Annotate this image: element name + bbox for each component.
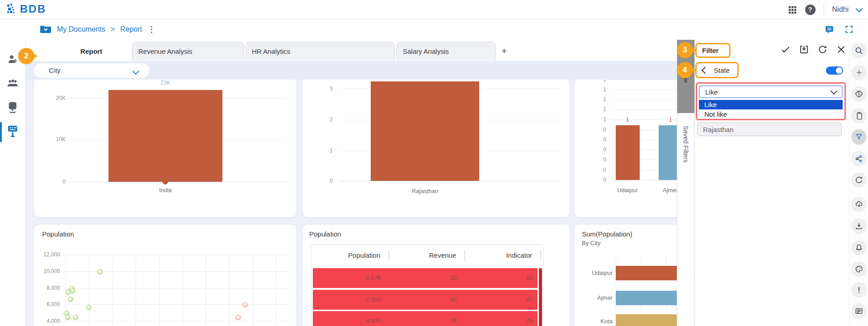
axis-tick-label: 1 [313, 147, 333, 154]
scatter-point-red[interactable] [242, 302, 248, 307]
report-tab-bar: Report Revenue Analysis HR Analytics Sal… [25, 40, 677, 61]
bar-india[interactable] [108, 90, 222, 182]
axis-tick-label: Udaipur [609, 187, 646, 194]
filter-value-input[interactable] [697, 123, 842, 136]
filter-icon[interactable] [851, 129, 867, 145]
apply-filter-check-icon[interactable] [780, 44, 791, 55]
axis-tick-label: 10 [465, 275, 533, 281]
back-chevron-left-icon[interactable] [702, 66, 709, 74]
chart-title: Population [42, 230, 74, 238]
axis-tick-label: 0 [591, 127, 606, 133]
scatter-point-green[interactable] [68, 297, 73, 302]
scatter-point-green[interactable] [97, 269, 103, 274]
alert-exclamation-icon[interactable] [851, 282, 867, 298]
apps-grid-icon[interactable] [788, 5, 797, 14]
option-not-like[interactable]: Not like [699, 109, 843, 119]
saved-filters-label: Saved Filters [682, 126, 689, 163]
gridline [253, 255, 253, 326]
gridline [229, 255, 230, 326]
reset-refresh-icon[interactable] [817, 44, 828, 55]
share-icon[interactable] [851, 151, 867, 166]
state-field-label[interactable]: State [714, 66, 730, 74]
chart-card-population-table: Population PopulationRevenueIndicator5,6… [303, 225, 570, 326]
bdb-logo[interactable]: BDB [6, 3, 46, 15]
breadcrumb: My Documents > Report ⋮ [40, 19, 156, 40]
bar-rajasthan[interactable] [371, 81, 479, 181]
axis-tick-label: 0 [591, 167, 606, 173]
report-kebab-menu[interactable]: ⋮ [147, 24, 156, 34]
bar-udaipur[interactable] [616, 125, 640, 180]
user-menu[interactable]: Nidhi [832, 5, 849, 14]
tab-report[interactable]: Report [43, 42, 139, 61]
scatter-point-green[interactable] [73, 315, 78, 320]
sidebar-item-publish[interactable] [6, 125, 19, 139]
gridline [112, 255, 113, 326]
search-icon[interactable] [851, 43, 867, 58]
sidebar-item-groups[interactable] [6, 78, 19, 90]
header-separator [388, 250, 389, 261]
table-row[interactable]: 4,5007575 [313, 311, 538, 326]
download-icon[interactable] [851, 218, 867, 234]
close-icon[interactable] [836, 44, 846, 55]
operator-select[interactable]: Like [699, 85, 843, 98]
save-download-icon[interactable] [799, 44, 809, 55]
breadcrumb-report[interactable]: Report [120, 25, 142, 33]
scatter-point-red[interactable] [236, 315, 241, 320]
select-chevron-down-icon [830, 87, 838, 94]
annotation-badge-3: 3 [677, 42, 693, 58]
memory-card-icon[interactable] [851, 108, 867, 123]
left-sidebar [0, 19, 26, 326]
add-tab-button[interactable]: + [501, 42, 507, 61]
filter-panel-title: Filter [702, 47, 719, 54]
ai-brain-icon[interactable] [851, 86, 867, 102]
table-scrollbar[interactable] [539, 268, 542, 326]
axis-tick-label: 6,000 [34, 301, 60, 307]
comments-icon[interactable] [851, 303, 867, 319]
add-icon[interactable] [851, 65, 867, 80]
annotation-badge-4: 4 [677, 62, 693, 78]
tab-salary-analysis[interactable]: Salary Analysis [396, 42, 496, 61]
chart-title: Population [309, 230, 341, 238]
axis-tick-label: 1 [591, 86, 606, 93]
scatter-point-green[interactable] [86, 305, 91, 310]
axis-tick-label: 1 [591, 96, 606, 103]
option-like[interactable]: Like [699, 100, 843, 109]
city-dropdown[interactable]: City [34, 63, 149, 78]
table-row[interactable]: -2,5004545 [313, 290, 538, 310]
palette-icon[interactable] [851, 261, 867, 277]
folder-icon[interactable] [40, 25, 52, 34]
refresh-icon[interactable] [851, 172, 867, 188]
table-container: PopulationRevenueIndicator5,6781010-2,50… [311, 244, 543, 326]
axis-tick-label: 10 [389, 275, 457, 281]
state-filter-toggle-on[interactable] [826, 66, 843, 75]
scatter-point-green[interactable] [65, 315, 71, 320]
operator-selected-value: Like [705, 88, 718, 96]
gridline [159, 255, 160, 326]
breadcrumb-my-documents[interactable]: My Documents [57, 25, 105, 33]
cloud-download-icon[interactable] [851, 197, 867, 212]
notifications-bell-icon[interactable] [851, 240, 867, 255]
axis-tick-label: Indicator [469, 252, 532, 259]
user-chevron-down-icon[interactable] [856, 5, 863, 12]
tab-revenue-analysis[interactable]: Revenue Analysis [132, 42, 244, 61]
axis-tick-label: 23K [149, 80, 182, 86]
sidebar-item-data[interactable] [7, 101, 19, 115]
sidebar-item-user-admin[interactable] [7, 53, 19, 67]
vertical-tab-saved-filters[interactable]: Saved Filters [677, 126, 694, 163]
axis-tick-label: 2 [313, 117, 333, 123]
filter-panel: Filter State [695, 40, 849, 326]
header-separator [464, 250, 465, 261]
table-row[interactable]: 5,6781010 [313, 268, 538, 288]
axis-tick-label: 0 [591, 146, 606, 153]
axis-tick-label: 1 [618, 117, 637, 123]
axis-tick-label: Kota [575, 318, 613, 325]
city-chevron-down-icon [132, 68, 140, 75]
tab-hr-analytics[interactable]: HR Analytics [245, 42, 395, 61]
help-icon[interactable]: ? [805, 5, 816, 15]
comment-icon[interactable] [824, 24, 835, 34]
fullscreen-icon[interactable] [844, 25, 854, 34]
axis-tick-label: 3 [313, 85, 333, 92]
scatter-point-green[interactable] [70, 288, 75, 293]
axis-tick-label: -2,500 [313, 297, 381, 303]
axis-tick-label: Rajasthan [402, 188, 448, 194]
